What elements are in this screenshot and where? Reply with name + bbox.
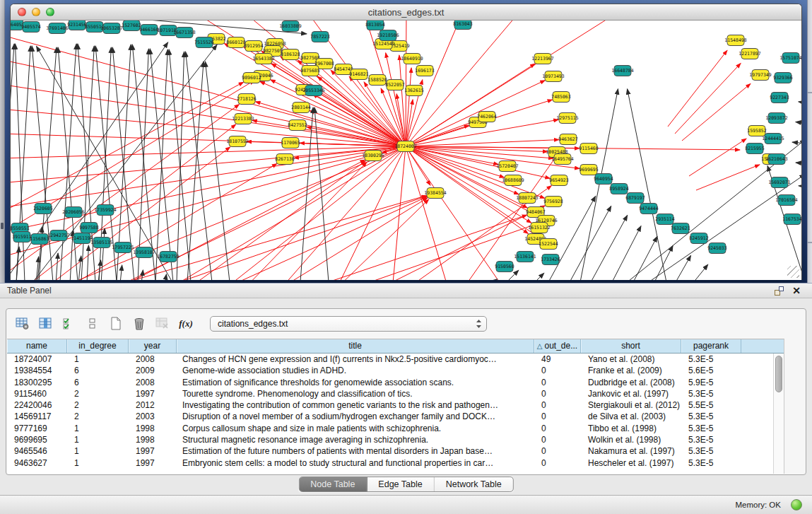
graph-node[interactable]: 18107552 — [226, 136, 248, 147]
graph-node[interactable]: 9097588 — [79, 223, 98, 233]
network-canvas[interactable]: 7463822866012889129541822605898275058186… — [11, 21, 801, 280]
table-mode-icon[interactable] — [13, 315, 32, 332]
graph-node[interactable]: 8522057 — [385, 80, 404, 90]
graph-edge-black[interactable] — [39, 47, 57, 280]
table-scrollbar[interactable] — [773, 354, 784, 474]
function-builder-icon[interactable]: f(x) — [177, 315, 195, 332]
graph-node[interactable]: 11451194 — [71, 233, 93, 244]
float-panel-icon[interactable] — [775, 286, 784, 296]
table-row[interactable]: 977716911998Corpus callosum shape and si… — [7, 423, 773, 434]
graph-edge-black[interactable] — [796, 163, 801, 165]
graph-node[interactable]: 9405574 — [21, 22, 40, 33]
graph-edge-red[interactable] — [406, 21, 406, 146]
graph-edge-black[interactable] — [120, 265, 122, 280]
graph-node[interactable]: 1733426 — [541, 255, 560, 265]
graph-edge-black[interactable] — [78, 256, 81, 280]
table-row[interactable]: 1938455462009Genome-wide association stu… — [7, 365, 773, 376]
graph-node[interactable]: 8245912 — [689, 233, 708, 244]
graph-edge-black[interactable] — [799, 102, 801, 105]
graph-edge-red[interactable] — [244, 162, 367, 280]
graph-node[interactable]: 9466160 — [139, 25, 158, 35]
graph-edge-black[interactable] — [628, 89, 666, 280]
left-panel-divider[interactable] — [0, 0, 5, 283]
graph-node[interactable]: 8813054 — [365, 21, 384, 30]
graph-node[interactable]: 11548498 — [724, 35, 746, 46]
graph-edge-red[interactable] — [696, 165, 760, 190]
graph-node[interactable]: 15720407 — [496, 161, 518, 172]
graph-edge-black[interactable] — [548, 196, 596, 280]
graph-node[interactable]: 16543382 — [252, 54, 274, 64]
graph-edge-red[interactable] — [668, 50, 727, 127]
graph-node[interactable]: 1595852 — [747, 126, 766, 136]
graph-node[interactable]: 8660128 — [226, 37, 245, 48]
graph-node[interactable]: 16151322 — [528, 223, 550, 233]
table-row[interactable]: 2242004622012Investigating the contribut… — [7, 399, 773, 411]
graph-node[interactable]: 1167534 — [782, 214, 801, 225]
graph-node[interactable]: 15136141 — [514, 252, 536, 262]
graph-node[interactable]: 19384554 — [424, 188, 446, 199]
graph-node[interactable]: 3915911 — [12, 232, 31, 243]
column-select-icon[interactable] — [37, 315, 55, 332]
graph-node[interactable]: 1522544 — [539, 239, 558, 250]
graph-node[interactable]: 9146821 — [349, 69, 368, 80]
graph-node[interactable]: 2520605 — [33, 204, 52, 214]
graph-node[interactable]: 13505135 — [90, 238, 112, 248]
graph-node[interactable]: 12444415 — [762, 134, 784, 144]
graph-edge-black[interactable] — [799, 186, 801, 187]
graph-node[interactable]: 8267130 — [275, 154, 294, 165]
graph-node[interactable]: 7462064 — [477, 112, 496, 122]
graph-node[interactable]: 18807243 — [516, 193, 538, 204]
graph-edge-red[interactable] — [406, 21, 463, 146]
graph-edge-black[interactable] — [165, 274, 167, 280]
column-header-title[interactable]: title — [177, 339, 534, 353]
graph-node[interactable]: 17359924 — [94, 205, 116, 216]
graph-node[interactable]: 7857223 — [310, 32, 329, 42]
graph-edge-red[interactable] — [378, 206, 545, 280]
graph-node[interactable]: 9654923 — [549, 175, 568, 186]
graph-edge-black[interactable] — [32, 46, 53, 280]
graph-edge-black[interactable] — [132, 45, 155, 280]
table-row[interactable]: 1872400712008Changes of HCN gene express… — [7, 354, 773, 365]
graph-node[interactable]: 9115460 — [579, 144, 598, 154]
graph-node[interactable]: 19218506 — [377, 30, 399, 41]
graph-node[interactable]: 9231456 — [67, 21, 86, 30]
graph-edge-black[interactable] — [138, 49, 148, 280]
graph-node[interactable]: 16648784 — [611, 66, 633, 76]
column-checklist-icon[interactable] — [60, 315, 78, 332]
graph-edge-red[interactable] — [279, 146, 406, 280]
column-header-short[interactable]: short — [581, 339, 681, 353]
graph-node[interactable]: 1527602 — [122, 21, 141, 31]
graph-edge-black[interactable] — [693, 264, 708, 280]
graph-node[interactable]: 12217897 — [739, 49, 760, 59]
graph-edge-black[interactable] — [632, 237, 657, 280]
graph-node[interactable]: 16210643 — [765, 154, 787, 165]
column-header-pagerank[interactable]: pagerank — [681, 339, 741, 353]
graph-edge-red[interactable] — [25, 124, 236, 280]
graph-node[interactable]: 12975115 — [556, 113, 578, 124]
graph-node[interactable]: 20553346 — [302, 86, 324, 96]
graph-edge-black[interactable] — [56, 253, 58, 280]
graph-node[interactable]: 16782759 — [157, 252, 179, 262]
graph-edge-red[interactable] — [675, 63, 741, 134]
graph-node[interactable]: 19797349 — [749, 70, 771, 81]
divider-handle-icon[interactable] — [1, 223, 4, 229]
graph-edge-black[interactable] — [796, 122, 801, 125]
graph-edge-red[interactable] — [406, 81, 545, 146]
graph-edge-red[interactable] — [689, 139, 746, 176]
graph-node[interactable]: 10653287 — [100, 23, 122, 34]
graph-edge-red[interactable] — [11, 146, 406, 257]
graph-edge-black[interactable] — [187, 62, 204, 280]
graph-edge-red[interactable] — [159, 196, 427, 280]
graph-edge-black[interactable] — [590, 215, 628, 280]
graph-node[interactable]: 12942757 — [47, 230, 69, 241]
graph-node[interactable]: 1588520 — [367, 75, 387, 86]
graph-edge-black[interactable] — [491, 279, 498, 280]
tab-edge-table[interactable]: Edge Table — [367, 477, 434, 491]
graph-node[interactable]: 9474444 — [639, 204, 658, 214]
graph-edge-black[interactable] — [654, 246, 673, 280]
graph-node[interactable]: 8912954 — [244, 41, 263, 52]
close-panel-icon[interactable]: ✕ — [792, 285, 801, 296]
delete-table-icon[interactable] — [153, 315, 172, 332]
window-resize-grip[interactable] — [787, 266, 799, 278]
graph-edge-black[interactable] — [60, 44, 76, 280]
